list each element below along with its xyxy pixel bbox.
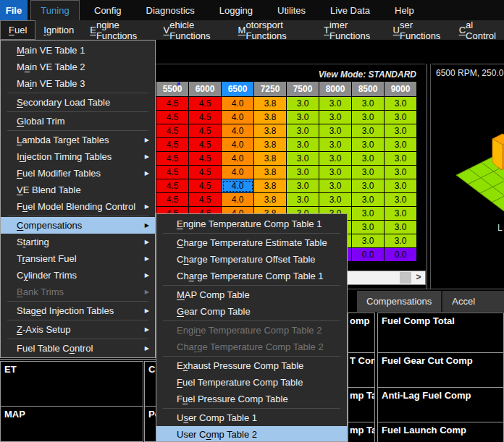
- menubar-item-vehicle-functions[interactable]: Vehicle Functions: [156, 20, 230, 40]
- ve-cell[interactable]: 3.0: [385, 193, 417, 207]
- topmenu-item-diagnostics[interactable]: Diagnostics: [136, 0, 205, 20]
- ve-cell[interactable]: 4.5: [156, 97, 189, 111]
- tab-tuning[interactable]: Tuning: [30, 0, 80, 20]
- ve-cell[interactable]: 4.0: [222, 138, 254, 152]
- ve-cell[interactable]: 3.0: [385, 207, 417, 221]
- ve-cell[interactable]: 3.0: [287, 111, 319, 124]
- gauge-clipped-t-comp[interactable]: T Comp: [348, 352, 375, 388]
- menu-item-engine-temperature-comp-table-1[interactable]: Engine Temperature Comp Table 1: [156, 216, 347, 232]
- ve-cell[interactable]: 3.0: [287, 152, 319, 166]
- menu-item-starting[interactable]: Starting▶: [1, 234, 155, 250]
- ve-cell[interactable]: 4.5: [156, 179, 189, 193]
- menu-item-user-comp-table-2[interactable]: User Comp Table 2: [156, 426, 347, 442]
- menu-item-map-comp-table[interactable]: MAP Comp Table: [156, 286, 347, 303]
- ve-cell[interactable]: 3.0: [319, 166, 352, 179]
- ve-cell[interactable]: 4.0: [222, 179, 254, 193]
- ve-cell[interactable]: 3.0: [319, 138, 352, 152]
- ve-cell[interactable]: 4.5: [189, 166, 222, 179]
- ve-cell[interactable]: 3.0: [287, 97, 319, 111]
- menu-item-main-ve-table-3[interactable]: Main VE Table 3: [1, 75, 155, 92]
- ve-cell[interactable]: 4.5: [189, 152, 222, 166]
- menu-item-fuel-temperature-comp-table[interactable]: Fuel Temperature Comp Table: [156, 374, 347, 391]
- gauge-fuel-gear-cut-comp[interactable]: Fuel Gear Cut Comp: [377, 352, 504, 388]
- menubar-item-user-functions[interactable]: User Functions: [385, 20, 451, 40]
- ve-cell[interactable]: 4.5: [156, 124, 189, 138]
- ve-cell[interactable]: 4.5: [156, 166, 189, 179]
- menu-item-fuel-modifier-tables[interactable]: Fuel Modifier Tables▶: [1, 165, 155, 182]
- ve-cell[interactable]: 4.0: [222, 111, 254, 124]
- ve-cell[interactable]: 4.5: [189, 124, 222, 138]
- topmenu-item-help[interactable]: Help: [385, 0, 424, 20]
- menu-item-exhaust-pressure-comp-table[interactable]: Exhaust Pressure Comp Table: [156, 357, 347, 374]
- gauge-fuel-comp-total[interactable]: Fuel Comp Total: [377, 313, 504, 353]
- ve-cell[interactable]: 3.0: [352, 193, 385, 207]
- gauge-fuel-launch-comp[interactable]: Fuel Launch Comp: [377, 422, 504, 442]
- ve-cell[interactable]: 3.0: [352, 179, 385, 193]
- menu-item-injection-timing-tables[interactable]: Injection Timing Tables▶: [1, 148, 155, 165]
- scrollbar-thumb[interactable]: [400, 272, 411, 284]
- menu-item-secondary-load-table[interactable]: Secondary Load Table: [1, 94, 155, 111]
- menu-item-charge-temperature-estimate-table[interactable]: Charge Temperature Estimate Table: [156, 234, 347, 251]
- ve-cell[interactable]: 3.0: [319, 111, 352, 124]
- ve-cell[interactable]: 3.0: [352, 152, 385, 166]
- gauge-clipped-mp-table-1[interactable]: mp Table 1: [348, 387, 375, 422]
- menu-item-charge-temperature-comp-table-1[interactable]: Charge Temperature Comp Table 1: [156, 268, 347, 284]
- ve-cell[interactable]: 3.8: [254, 193, 287, 207]
- col-header-8000[interactable]: 8000: [319, 82, 352, 97]
- ve-cell[interactable]: 4.5: [189, 138, 222, 152]
- ve-cell[interactable]: 3.0: [287, 138, 319, 152]
- gauge-et[interactable]: ET: [0, 361, 143, 407]
- gauge-clipped-omp[interactable]: omp: [348, 313, 375, 353]
- topmenu-item-logging[interactable]: Logging: [209, 0, 263, 20]
- ve-cell[interactable]: 3.0: [319, 152, 352, 166]
- ve-cell[interactable]: 3.8: [254, 97, 287, 111]
- ve-cell[interactable]: 4.0: [222, 97, 254, 111]
- ve-cell[interactable]: 3.0: [385, 221, 417, 234]
- tab-accel[interactable]: Accel: [442, 291, 484, 312]
- ve-cell[interactable]: 3.0: [287, 193, 319, 207]
- ve-cell[interactable]: 0.0: [385, 248, 417, 262]
- menubar-item-fuel[interactable]: Fuel: [0, 20, 35, 40]
- ve-cell[interactable]: 3.0: [352, 111, 385, 124]
- gauge-map[interactable]: MAP: [0, 406, 143, 442]
- ve-cell[interactable]: 4.5: [189, 97, 222, 111]
- col-header-7500[interactable]: 7500: [287, 82, 319, 97]
- ve-cell[interactable]: 3.8: [254, 152, 287, 166]
- menubar-item-cal-control[interactable]: Cal Control: [451, 20, 504, 40]
- ve-cell[interactable]: 4.5: [189, 193, 222, 207]
- ve-cell[interactable]: 4.5: [156, 111, 189, 124]
- ve-cell[interactable]: 3.0: [352, 138, 385, 152]
- ve-cell[interactable]: 4.5: [156, 152, 189, 166]
- gauge-anti-lag-fuel-comp[interactable]: Anti-Lag Fuel Comp: [377, 387, 504, 422]
- gauge-clipped-mp-table-2[interactable]: mp Table 2: [348, 422, 375, 442]
- menu-item-transient-fuel[interactable]: Transient Fuel▶: [1, 250, 155, 267]
- menu-item-gear-comp-table[interactable]: Gear Comp Table: [156, 303, 347, 320]
- ve-cell[interactable]: 3.0: [352, 207, 385, 221]
- menu-item-fuel-pressure-comp-table[interactable]: Fuel Pressure Comp Table: [156, 391, 347, 407]
- ve-cell[interactable]: 4.0: [222, 166, 254, 179]
- tab-compensations[interactable]: Compensations: [357, 291, 441, 312]
- ve-cell[interactable]: 3.0: [385, 124, 417, 138]
- ve-cell[interactable]: 3.0: [319, 124, 352, 138]
- ve-cell[interactable]: 3.0: [385, 234, 417, 248]
- ve-cell[interactable]: 3.0: [287, 179, 319, 193]
- col-header-6500[interactable]: 6500: [222, 82, 254, 97]
- ve-cell[interactable]: 3.0: [352, 221, 385, 234]
- ve-cell[interactable]: 4.0: [222, 124, 254, 138]
- ve-cell[interactable]: 3.0: [385, 152, 417, 166]
- topmenu-item-live-data[interactable]: Live Data: [320, 0, 380, 20]
- file-menu-button[interactable]: File: [0, 0, 28, 20]
- col-header-7250[interactable]: 7250: [254, 82, 287, 97]
- col-header-5500[interactable]: 5500: [156, 82, 189, 97]
- menu-item-fuel-table-control[interactable]: Fuel Table Control▶: [1, 340, 155, 357]
- ve-cell[interactable]: 4.0: [222, 193, 254, 207]
- ve-cell[interactable]: 3.8: [254, 138, 287, 152]
- ve-cell[interactable]: 3.0: [385, 166, 417, 179]
- col-header-9000[interactable]: 9000: [385, 82, 417, 97]
- menu-item-global-trim[interactable]: Global Trim: [1, 113, 155, 129]
- menu-item-ve-blend-table[interactable]: VE Blend Table: [1, 182, 155, 198]
- menubar-item-ignition[interactable]: Ignition: [35, 20, 82, 40]
- ve-cell[interactable]: 4.5: [156, 138, 189, 152]
- menu-item-charge-temperature-offset-table[interactable]: Charge Temperature Offset Table: [156, 251, 347, 268]
- panel-splitter[interactable]: [427, 64, 427, 289]
